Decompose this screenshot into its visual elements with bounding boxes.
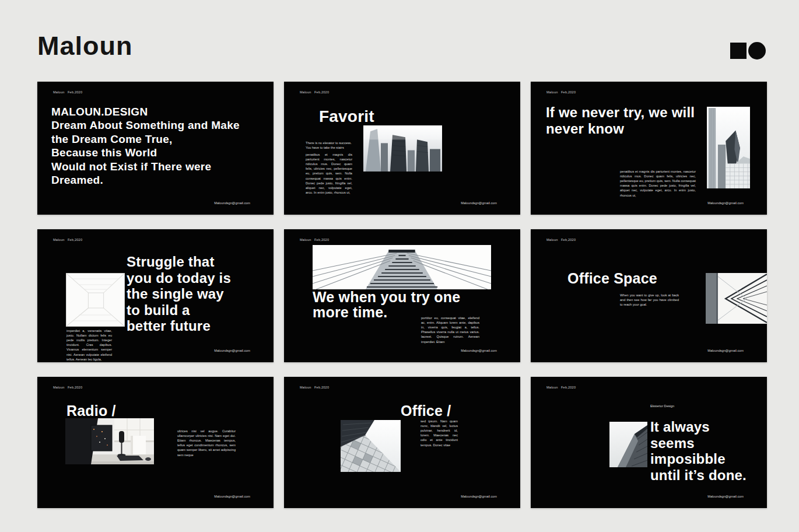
slide-email-label: Maloundsgn@gmail.com [707,349,744,352]
slide-title: Struggle that you do today is the single… [127,254,231,334]
slide-header: Maloun Feb,2020 [300,386,311,389]
slide-brand-label: Maloun [546,386,558,389]
building-corner-image [609,422,647,467]
slide-email-label: Maloundsgn@gmail.com [707,495,744,498]
slide-email-label: Maloundsgn@gmail.com [461,495,497,498]
slide-date-label: Feb,2020 [561,238,576,242]
radio-studio-image [65,418,154,464]
glass-facade-image [341,420,401,472]
slide-date-label: Feb,2020 [68,90,82,94]
slide-body-text: porttitor eu, consequat vitae, eleifend … [421,316,479,344]
slide-4-struggle: Maloun Feb,2020 imperdiet a, venenatis v… [37,229,274,362]
slide-date-label: Feb,2020 [561,90,576,94]
slide-title: Radio / [66,402,116,419]
slide-brand-label: Maloun [53,386,65,389]
slide-email-label: Maloundsgn@gmail.com [214,349,250,352]
slide-9-impossible: Maloun Feb,2020 Eksterior Design It alwa… [531,377,767,508]
slide-5-one-more-time: Maloun Feb,2020 [284,229,520,362]
slide-8-office: Maloun Feb,2020 Office / [284,377,520,508]
slide-title: MALOUN.DESIGN Dream About Something and … [51,105,240,187]
slide-email-label: Maloundsgn@gmail.com [214,201,250,205]
slide-header: Maloun Feb,2020 [546,386,558,389]
slide-body-text: When you want to give up, look at back a… [620,293,679,307]
slide-date-label: Feb,2020 [68,386,82,389]
slide-quote: There is no elevator to success. You hav… [306,141,352,150]
page-header: Maloun [37,33,766,68]
skyscraper-perspective-image [313,245,491,289]
slide-title: If we never try, we will never know [546,104,695,136]
slide-date-label: Feb,2020 [68,238,82,242]
slide-date-label: Feb,2020 [561,386,576,389]
slide-date-label: Feb,2020 [314,386,329,389]
slide-date-label: Feb,2020 [314,238,329,242]
slide-header: Maloun Feb,2020 [53,386,65,389]
slide-brand-label: Maloun [300,386,311,389]
modern-buildings-portrait-image [707,107,750,188]
slide-email-label: Maloundsgn@gmail.com [707,201,744,205]
slide-brand-label: Maloun [546,90,558,94]
logo-circle-icon [748,42,766,60]
slide-body-text: imperdiet a, venenatis vitae, justo. Nul… [66,328,112,362]
slide-header: Maloun Feb,2020 [53,90,65,94]
slide-2-favorit: Maloun Feb,2020 Favorit There is no elev… [284,82,520,215]
slide-header: Maloun Feb,2020 [546,90,558,94]
slide-6-office-space: Maloun Feb,2020 Office Space When you wa… [531,229,767,362]
slide-grid: Maloun Feb,2020 MALOUN.DESIGN Dream Abou… [37,82,767,508]
slide-title: It always seems imposibble until it’s do… [650,419,747,483]
brand-logo [730,42,766,60]
slide-brand-label: Maloun [53,238,65,242]
slide-7-radio: Maloun Feb,2020 Radio / [37,377,274,508]
slide-header: Maloun Feb,2020 [300,238,311,242]
page-title: Maloun [37,33,766,59]
abstract-architecture-image [706,273,767,324]
slide-title: Office / [401,402,451,419]
slide-1-cover: Maloun Feb,2020 MALOUN.DESIGN Dream Abou… [37,82,274,215]
slide-title: Office Space [567,270,657,287]
slide-brand-label: Maloun [300,90,311,94]
slide-brand-label: Maloun [53,90,65,94]
slide-header: Maloun Feb,2020 [546,238,558,242]
skyscrapers-low-angle-image [363,125,442,172]
slide-email-label: Maloundsgn@gmail.com [214,495,250,498]
slide-header: Maloun Feb,2020 [300,90,311,94]
slide-brand-label: Maloun [546,238,558,242]
slide-category-label: Eksterior Design [650,404,674,408]
slide-body-text: ultrices nisi vel augue. Curabitur ullam… [177,429,236,457]
slide-email-label: Maloundsgn@gmail.com [461,201,497,205]
slide-header: Maloun Feb,2020 [53,238,65,242]
slide-brand-label: Maloun [300,238,311,242]
slide-title: Favorit [319,107,374,126]
slide-email-label: Maloundsgn@gmail.com [461,349,497,352]
slide-date-label: Feb,2020 [314,90,329,94]
slide-3-never-try: Maloun Feb,2020 If we never try, we will… [531,82,767,215]
white-corridor-image [66,273,125,327]
slide-body-text: penatibus et magnis dis parturient monte… [620,169,696,198]
slide-body-text: penatibus et magnis dis parturient monte… [306,152,352,195]
logo-square-icon [730,43,747,59]
slide-body-text: sed ipsum. Nam quam nunc, blandit vel, l… [420,419,458,447]
